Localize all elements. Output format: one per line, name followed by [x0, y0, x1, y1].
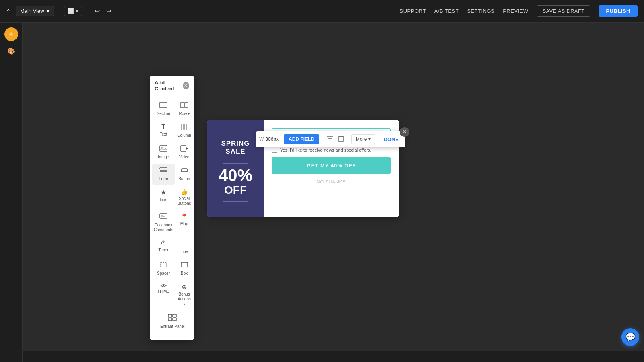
chat-widget[interactable]: 💬 [621, 328, 639, 346]
sidebar-palette-button[interactable]: 🎨 [4, 44, 18, 58]
bottom-bar [0, 351, 644, 362]
row-label: Row [179, 111, 189, 116]
svg-rect-4 [183, 124, 185, 130]
html-icon: </> [160, 283, 167, 288]
column-icon [180, 123, 188, 132]
save-draft-button[interactable]: SAVE AS DRAFT [537, 5, 591, 17]
panel-item-row[interactable]: Row [175, 99, 192, 119]
panel-item-column[interactable]: Column [175, 120, 192, 141]
checkbox-label: Yes, I'd like to receive news and specia… [280, 147, 372, 153]
icon-icon: ★ [161, 189, 166, 196]
row-icon [180, 102, 188, 110]
button-icon [180, 167, 188, 175]
text-label: Text [160, 132, 167, 137]
cta-button[interactable]: GET MY 40% OFF [272, 157, 391, 174]
panel-item-form[interactable]: Form [152, 164, 175, 185]
svg-rect-5 [186, 124, 187, 130]
section-label: Section [157, 111, 170, 116]
desktop-device-button[interactable]: ⬜ ▾ [64, 6, 82, 16]
toolbar-close-button[interactable]: ✕ [400, 127, 409, 137]
ab-test-link[interactable]: A/B TEST [434, 8, 459, 14]
svg-rect-18 [160, 262, 167, 267]
percent-text: 40% [219, 167, 252, 184]
svg-rect-21 [173, 314, 176, 317]
more-button[interactable]: More ▾ [351, 134, 375, 144]
panel-item-image[interactable]: Image [152, 142, 175, 163]
desktop-icon: ⬜ [68, 8, 74, 14]
svg-marker-9 [186, 147, 188, 150]
add-field-button[interactable]: ADD FIELD [284, 134, 319, 144]
panel-item-social[interactable]: 👍 Social Buttons [175, 185, 192, 209]
topbar-divider [59, 6, 59, 16]
more-label: More [356, 136, 367, 142]
svg-rect-3 [181, 124, 182, 130]
svg-rect-14 [160, 214, 167, 218]
width-label: W [259, 136, 264, 142]
image-icon [159, 145, 167, 154]
form-icon [159, 167, 167, 175]
spring-sale-text: SPRING SALE [214, 140, 257, 156]
svg-rect-6 [160, 146, 167, 151]
align-icon-button[interactable] [324, 134, 336, 144]
panel-item-video[interactable]: Video [175, 142, 192, 163]
svg-rect-20 [168, 314, 172, 317]
bottom-divider [223, 201, 248, 202]
delete-icon-button[interactable] [336, 134, 346, 145]
panel-item-icon[interactable]: ★ Icon [152, 185, 175, 209]
no-thanks-link[interactable]: NO THANKS [272, 178, 391, 186]
html-label: HTML [158, 289, 169, 294]
bonus-label: Bonus Actions [177, 292, 191, 306]
redo-button[interactable]: ↪ [104, 6, 114, 16]
home-icon[interactable]: ⌂ [6, 7, 11, 15]
entrant-label: Entrant Panel [160, 324, 185, 329]
timer-icon: ⏱ [161, 240, 167, 247]
box-icon [180, 261, 188, 270]
icon-label: Icon [160, 197, 167, 202]
preview-link[interactable]: PREVIEW [503, 8, 528, 14]
panel-item-text[interactable]: T Text [152, 120, 175, 141]
entrant-icon [168, 314, 177, 323]
view-selector[interactable]: Main View ▾ [16, 6, 54, 16]
video-icon [180, 145, 188, 154]
panel-item-timer[interactable]: ⏱ Timer [152, 237, 175, 257]
topbar-divider2 [87, 6, 87, 16]
topbar: ⌂ Main View ▾ ⬜ ▾ ↩ ↪ SUPPORT A/B TEST S… [0, 0, 644, 23]
device-group: ⬜ ▾ [64, 6, 82, 16]
panel-item-section[interactable]: Section [152, 99, 175, 119]
checkbox-row: Yes, I'd like to receive news and specia… [272, 147, 391, 153]
panel-item-bonus[interactable]: ⊕ Bonus Actions [175, 280, 192, 310]
panel-item-box[interactable]: Box [175, 258, 192, 279]
view-label: Main View [20, 8, 44, 14]
panel-item-facebook[interactable]: Facebook Comments [152, 210, 175, 236]
panel-item-spacer[interactable]: Spacer [152, 258, 175, 279]
panel-title: Add Content [155, 80, 183, 92]
panel-item-line[interactable]: Line [175, 237, 192, 257]
width-value: 306px [265, 136, 279, 142]
panel-item-entrant[interactable]: Entrant Panel [152, 311, 193, 332]
button-label: Button [178, 177, 190, 181]
consent-checkbox[interactable] [272, 148, 277, 153]
panel-header: Add Content ✕ [150, 76, 194, 95]
panel-close-button[interactable]: ✕ [183, 82, 189, 89]
social-icon: 👍 [181, 189, 188, 195]
done-button[interactable]: DONE [380, 135, 402, 144]
undo-redo-group: ↩ ↪ [92, 6, 114, 16]
undo-button[interactable]: ↩ [92, 6, 102, 16]
sidebar-add-button[interactable]: + [4, 27, 18, 41]
panel-item-html[interactable]: </> HTML [152, 280, 175, 310]
top-divider [223, 136, 248, 136]
publish-button[interactable]: PUBLISH [599, 5, 638, 17]
field-toolbar: ✕ W 306px ADD FIELD More ▾ DONE [256, 131, 405, 147]
support-link[interactable]: SUPPORT [399, 8, 426, 14]
popup-left-panel: SPRING SALE 40% OFF [207, 120, 264, 217]
panel-grid: Section Row T Text Column [150, 95, 194, 335]
panel-item-button[interactable]: Button [175, 164, 192, 185]
toolbar-separator2 [322, 134, 322, 144]
column-label: Column [177, 133, 191, 138]
svg-rect-13 [181, 169, 188, 172]
settings-link[interactable]: SETTINGS [467, 8, 495, 14]
panel-item-map[interactable]: 📍 Map [175, 210, 192, 236]
social-label: Social Buttons [177, 196, 191, 206]
svg-rect-1 [181, 102, 184, 108]
text-icon: T [161, 123, 165, 131]
